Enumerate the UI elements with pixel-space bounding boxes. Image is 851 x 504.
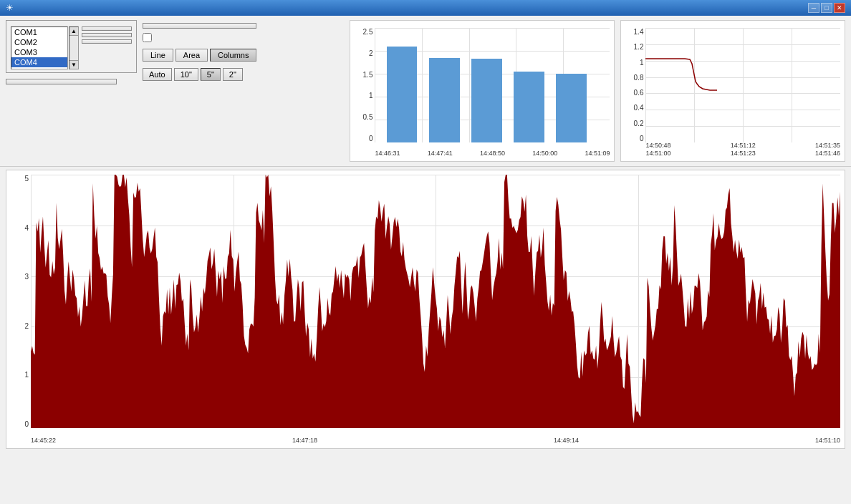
avg-y-axis: 2.5 2 1.5 1 0.5 0 xyxy=(355,28,375,142)
main-x-axis: 14:45:22 14:47:18 14:49:14 14:51:10 xyxy=(31,437,840,444)
grid-v-1 xyxy=(422,28,423,142)
my-2: 2 xyxy=(24,322,29,330)
iy-1.4: 1.4 xyxy=(634,28,644,36)
setup-panel: COM1 COM2 COM3 COM4 ▲ ▼ xyxy=(6,20,137,73)
x-label-2: 14:48:50 xyxy=(480,150,505,157)
ix-0: 14:50:48 xyxy=(645,142,670,149)
ix-sub-0: 14:51:00 xyxy=(645,150,670,157)
select-directory-button[interactable] xyxy=(143,23,256,29)
main-chart-svg xyxy=(31,175,840,428)
input-chart-area: 1.4 1.2 1 0.8 0.6 0.4 0.2 0 xyxy=(625,28,840,157)
grid-v-0 xyxy=(375,28,375,142)
title-bar-left: ☀ xyxy=(6,3,18,13)
title-bar: ☀ ─ □ ✕ xyxy=(0,0,851,16)
log-checkbox-row xyxy=(143,33,256,42)
main-content: COM1 COM2 COM3 COM4 ▲ ▼ xyxy=(0,16,851,504)
input-level-svg xyxy=(645,28,840,142)
y-2.5: 2.5 xyxy=(363,28,373,36)
setup-row: COM1 COM2 COM3 COM4 ▲ ▼ xyxy=(11,26,132,69)
iy-0.2: 0.2 xyxy=(634,120,644,127)
app-icon: ☀ xyxy=(6,3,14,13)
mx-3: 14:51:10 xyxy=(815,437,840,444)
grid-h-0 xyxy=(375,28,610,29)
reset-graph-button[interactable] xyxy=(6,79,117,84)
y-1.5: 1.5 xyxy=(363,71,373,79)
chart-type-buttons: Line Area Columns xyxy=(143,49,256,62)
scroll-track xyxy=(69,36,78,60)
main-chart-area: 5 4 3 2 1 0 xyxy=(11,175,840,444)
avg-bar-5 xyxy=(556,74,587,142)
main-chart-container: 5 4 3 2 1 0 xyxy=(6,170,845,449)
input-y-axis: 1.4 1.2 1 0.8 0.6 0.4 0.2 0 xyxy=(625,28,645,142)
avg-chart-area: 2.5 2 1.5 1 0.5 0 xyxy=(355,28,610,157)
ix-2: 14:51:35 xyxy=(815,142,840,149)
2sec-scale-button[interactable]: 2" xyxy=(223,68,243,81)
my-4: 4 xyxy=(24,224,29,232)
ix-1: 14:51:12 xyxy=(731,142,756,149)
scale-buttons: Auto 10" 5" 2" xyxy=(143,68,256,81)
iy-0.8: 0.8 xyxy=(634,74,644,82)
com1-item[interactable]: COM1 xyxy=(11,27,67,37)
line-button[interactable]: Line xyxy=(143,49,173,62)
iy-1: 1 xyxy=(640,59,644,67)
input-chart-container: 1.4 1.2 1 0.8 0.6 0.4 0.2 0 xyxy=(620,20,845,162)
y-0: 0 xyxy=(369,135,373,142)
ix-sub-2: 14:51:46 xyxy=(815,150,840,157)
minimize-button[interactable]: ─ xyxy=(808,3,819,13)
avg-bar-1 xyxy=(387,47,418,142)
area-button[interactable]: Area xyxy=(176,49,208,62)
input-x-axis: 14:50:48 14:51:12 14:51:35 14:51:00 14:5… xyxy=(645,142,840,157)
iy-0.4: 0.4 xyxy=(634,104,644,112)
x-label-3: 14:50:00 xyxy=(532,150,557,157)
input-level-line xyxy=(645,59,717,90)
mx-0: 14:45:22 xyxy=(31,437,56,444)
iy-0.6: 0.6 xyxy=(634,89,644,97)
mx-1: 14:47:18 xyxy=(292,437,317,444)
columns-button[interactable]: Columns xyxy=(210,49,256,62)
grid-v-2 xyxy=(469,28,470,142)
auto-scale-button[interactable]: Auto xyxy=(143,68,172,81)
5sec-scale-button[interactable]: 5" xyxy=(201,68,221,81)
readings-panel xyxy=(262,20,344,162)
x-label-1: 14:47:41 xyxy=(428,150,453,157)
com2-item[interactable]: COM2 xyxy=(11,37,67,47)
input-x-bottom: 14:51:00 14:51:23 14:51:46 xyxy=(645,149,840,157)
maximize-button[interactable]: □ xyxy=(821,3,832,13)
x-label-0: 14:46:31 xyxy=(375,150,400,157)
com4-item[interactable]: COM4 xyxy=(11,57,67,67)
setup-section: COM1 COM2 COM3 COM4 ▲ ▼ xyxy=(6,20,137,162)
my-1: 1 xyxy=(24,371,29,379)
main-plot-area xyxy=(31,175,840,428)
y-0.5: 0.5 xyxy=(363,113,373,121)
disconnect-button[interactable] xyxy=(82,39,132,44)
avg-plot-area xyxy=(375,28,610,142)
ix-sub-1: 14:51:23 xyxy=(731,150,756,157)
log-checkbox[interactable] xyxy=(143,33,152,42)
com3-item[interactable]: COM3 xyxy=(11,47,67,57)
scroll-up[interactable]: ▲ xyxy=(69,27,78,36)
input-x-top: 14:50:48 14:51:12 14:51:35 xyxy=(645,142,840,149)
main-chart-path xyxy=(31,175,840,428)
mx-2: 14:49:14 xyxy=(554,437,579,444)
com-scrollbar[interactable]: ▲ ▼ xyxy=(69,26,79,69)
x-label-4: 14:51:09 xyxy=(585,150,610,157)
iy-0: 0 xyxy=(640,135,644,142)
my-0: 0 xyxy=(24,420,29,428)
iy-1.2: 1.2 xyxy=(634,43,644,51)
avg-bar-3 xyxy=(471,59,502,142)
scroll-down[interactable]: ▼ xyxy=(69,60,78,69)
my-5: 5 xyxy=(24,175,29,183)
avg-bar-4 xyxy=(514,72,544,142)
close-button[interactable]: ✕ xyxy=(834,3,845,13)
autodetect-button[interactable] xyxy=(82,26,132,31)
avg-chart-container: 2.5 2 1.5 1 0.5 0 xyxy=(350,20,615,162)
top-panel: COM1 COM2 COM3 COM4 ▲ ▼ xyxy=(0,16,851,167)
10sec-scale-button[interactable]: 10" xyxy=(174,68,198,81)
main-y-axis: 5 4 3 2 1 0 xyxy=(11,175,31,428)
com-port-list[interactable]: COM1 COM2 COM3 COM4 xyxy=(11,26,68,69)
my-3: 3 xyxy=(24,273,29,281)
control-buttons xyxy=(82,26,132,44)
avg-x-axis: 14:46:31 14:47:41 14:48:50 14:50:00 14:5… xyxy=(375,150,610,157)
y-1: 1 xyxy=(369,92,373,100)
connect-button[interactable] xyxy=(82,33,132,37)
